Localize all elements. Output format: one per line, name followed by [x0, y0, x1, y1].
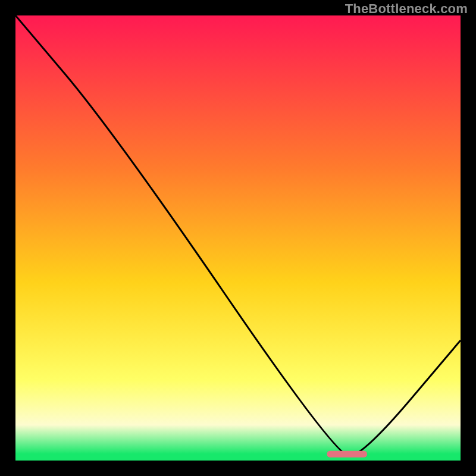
chart-svg [15, 15, 461, 461]
watermark-label: TheBottleneck.com [345, 1, 468, 17]
chart-container: TheBottleneck.com [0, 0, 476, 476]
plot-area [15, 15, 461, 461]
gradient-background [15, 15, 461, 461]
optimal-marker [327, 451, 367, 458]
